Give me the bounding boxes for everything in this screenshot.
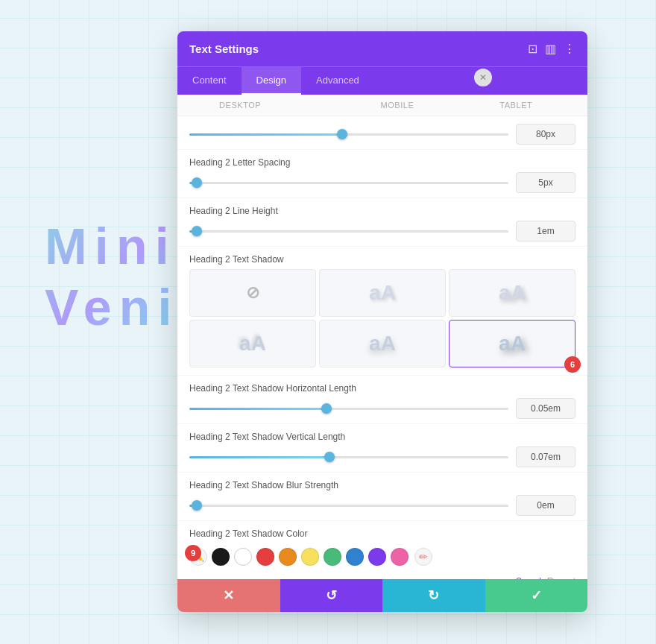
color-swatch-pink[interactable] xyxy=(391,548,409,566)
cancel-button[interactable]: ✕ xyxy=(177,579,280,612)
modal-close-button[interactable]: ✕ xyxy=(474,69,492,86)
shadow-option-2[interactable]: aA xyxy=(449,269,575,317)
fullscreen-icon[interactable]: ⊡ xyxy=(528,42,537,56)
color-swatch-green[interactable] xyxy=(324,548,341,566)
shadow-h-value[interactable]: 0.05em xyxy=(516,398,575,419)
color-swatch-blue[interactable] xyxy=(346,548,364,566)
font-size-slider[interactable] xyxy=(189,127,508,141)
shadow-h-row: 0.05em xyxy=(189,398,575,419)
shadow-option-3[interactable]: aA xyxy=(189,320,316,367)
letter-spacing-value[interactable]: 5px xyxy=(516,172,575,193)
shadow-v-thumb[interactable] xyxy=(324,452,335,462)
color-actions: ··· Saved Recent xyxy=(189,570,575,579)
shadow-h-thumb[interactable] xyxy=(321,403,332,414)
shadow-v-section: Heading 2 Text Shadow Vertical Length 0.… xyxy=(177,424,587,473)
letter-spacing-track xyxy=(189,182,508,184)
shadow-option-4[interactable]: aA xyxy=(319,320,446,367)
letter-spacing-section: Heading 2 Letter Spacing 5px xyxy=(177,150,587,198)
desktop-label: Desktop xyxy=(189,101,338,110)
badge-9: 9 xyxy=(185,545,201,561)
text-shadow-label: Heading 2 Text Shadow xyxy=(189,254,575,265)
tablet-label: Tablet xyxy=(457,101,575,110)
split-icon[interactable]: ▥ xyxy=(545,42,556,56)
tab-design[interactable]: Design xyxy=(242,67,301,95)
font-size-value[interactable]: 80px xyxy=(516,124,575,145)
mobile-label: Mobile xyxy=(338,101,456,110)
shadow-h-section: Heading 2 Text Shadow Horizontal Length … xyxy=(177,376,587,424)
shadow-blur-track xyxy=(189,505,508,507)
modal-tabs: Content Design Advanced xyxy=(177,66,587,95)
shadow-v-slider[interactable] xyxy=(189,450,508,464)
shadow-preview-4: aA xyxy=(369,332,396,356)
color-swatch-black[interactable] xyxy=(212,548,230,566)
tab-content[interactable]: Content xyxy=(177,67,242,95)
color-picker-icon[interactable]: ✏ xyxy=(414,548,432,566)
shadow-option-none[interactable]: ⊘ xyxy=(189,269,316,317)
shadow-v-row: 0.07em xyxy=(189,446,575,467)
badge-6: 6 xyxy=(564,356,581,373)
modal-header: Text Settings ⊡ ▥ ⋮ xyxy=(177,31,587,66)
modal-title: Text Settings xyxy=(189,42,259,55)
font-size-row: 80px xyxy=(189,124,575,145)
shadow-preview-5: aA xyxy=(499,332,526,356)
color-palette: 9 ✏️ ✏ xyxy=(189,543,575,570)
shadow-v-value[interactable]: 0.07em xyxy=(516,446,575,467)
reset-button[interactable]: ↺ xyxy=(280,579,383,612)
shadow-v-label: Heading 2 Text Shadow Vertical Length xyxy=(189,432,575,442)
header-icons: ⊡ ▥ ⋮ xyxy=(528,42,575,56)
background-decorative-text: Mini Veni xyxy=(45,216,180,338)
redo-button[interactable]: ↻ xyxy=(382,579,485,612)
tab-advanced[interactable]: Advanced xyxy=(301,67,374,95)
shadow-blur-slider[interactable] xyxy=(189,499,508,512)
letter-spacing-slider[interactable] xyxy=(189,176,508,189)
line-height-section: Heading 2 Line Height 1em xyxy=(177,198,587,247)
letter-spacing-row: 5px xyxy=(189,172,575,193)
line-height-label: Heading 2 Line Height xyxy=(189,206,575,216)
shadow-option-1[interactable]: aA xyxy=(319,269,446,317)
more-icon[interactable]: ⋮ xyxy=(564,42,575,56)
line-height-value[interactable]: 1em xyxy=(516,221,575,242)
text-settings-modal: Text Settings ⊡ ▥ ⋮ Content Design Advan… xyxy=(177,31,587,612)
font-size-thumb[interactable] xyxy=(337,129,347,139)
shadow-color-label: Heading 2 Text Shadow Color xyxy=(189,528,575,539)
letter-spacing-thumb[interactable] xyxy=(192,177,202,188)
shadow-v-track xyxy=(189,456,508,458)
shadow-preview-1: aA xyxy=(369,281,396,305)
shadow-options-grid: ⊘ aA aA aA aA a xyxy=(189,269,575,367)
color-swatch-yellow[interactable] xyxy=(301,548,319,566)
eyedropper-wrap2: ✏ xyxy=(414,548,432,566)
shadow-blur-label: Heading 2 Text Shadow Blur Strength xyxy=(189,480,575,490)
shadow-color-section: Heading 2 Text Shadow Color 9 ✏️ ✏ xyxy=(177,521,587,579)
more-colors-button[interactable]: ··· xyxy=(189,573,205,579)
responsive-header-row: Desktop Mobile Tablet xyxy=(177,95,587,116)
save-button[interactable]: ✓ xyxy=(485,579,588,612)
font-size-track xyxy=(189,133,508,136)
shadow-h-label: Heading 2 Text Shadow Horizontal Length xyxy=(189,383,575,394)
shadow-preview-3: aA xyxy=(239,332,266,356)
color-swatch-white[interactable] xyxy=(234,548,252,566)
letter-spacing-label: Heading 2 Letter Spacing xyxy=(189,157,575,168)
shadow-blur-thumb[interactable] xyxy=(192,500,202,511)
line-height-track xyxy=(189,230,508,233)
color-swatch-orange[interactable] xyxy=(279,548,297,566)
shadow-blur-section: Heading 2 Text Shadow Blur Strength 0em xyxy=(177,473,587,521)
line-height-thumb[interactable] xyxy=(192,226,202,236)
color-swatch-red[interactable] xyxy=(256,548,274,566)
shadow-blur-value[interactable]: 0em xyxy=(516,495,575,516)
shadow-preview-2: aA xyxy=(499,281,526,305)
text-shadow-section: Heading 2 Text Shadow ⊘ aA aA aA xyxy=(177,247,587,376)
shadow-h-fill xyxy=(189,408,327,410)
shadow-option-5[interactable]: aA 6 xyxy=(449,320,575,367)
no-shadow-icon: ⊘ xyxy=(246,283,259,303)
shadow-h-slider[interactable] xyxy=(189,402,508,415)
modal-body: Desktop Mobile Tablet 80px Heading 2 Let… xyxy=(177,95,587,579)
font-size-fill xyxy=(189,133,342,136)
modal-footer: ✕ ↺ ↻ ✓ xyxy=(177,579,587,612)
shadow-h-track xyxy=(189,408,508,410)
shadow-blur-row: 0em xyxy=(189,495,575,516)
line-height-slider[interactable] xyxy=(189,224,508,238)
line-height-row: 1em xyxy=(189,221,575,242)
color-swatch-purple[interactable] xyxy=(368,548,386,566)
shadow-v-fill xyxy=(189,456,329,458)
font-size-section: 80px xyxy=(177,116,587,150)
